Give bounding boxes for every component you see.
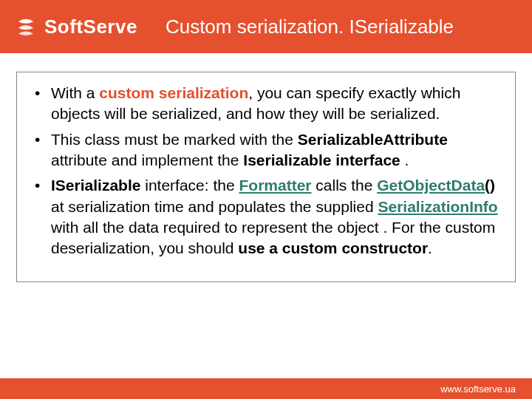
footer-url[interactable]: www.softserve.ua xyxy=(440,383,516,395)
emphasis-iserializable-interface: Iserializable interface xyxy=(243,151,400,168)
link-serializationinfo[interactable]: SerializationInfo xyxy=(378,198,497,215)
brand-name: SoftServe xyxy=(44,16,137,38)
emphasis-serializable-attribute: SerializableAttribute xyxy=(298,131,448,148)
brand-logo: SoftServe xyxy=(13,14,137,39)
footer-bar: www.softserve.ua xyxy=(0,377,532,399)
softserve-icon xyxy=(13,14,38,39)
emphasis-iserializable: ISerializable xyxy=(51,177,140,194)
list-item: ISerializable interface: the Formatter c… xyxy=(51,175,502,259)
emphasis-custom-serialization: custom serialization xyxy=(99,84,248,101)
list-item: This class must be marked with the Seria… xyxy=(51,129,502,171)
link-getobjectdata[interactable]: GetObjectData xyxy=(377,177,485,194)
content-box: With a custom serialization, you can spe… xyxy=(16,72,516,282)
slide-title: Custom serialization. ISerializable xyxy=(166,16,454,38)
emphasis-custom-constructor: use a custom constructor xyxy=(238,239,428,256)
header-bar: SoftServe Custom serialization. ISeriali… xyxy=(0,0,532,53)
bullet-list: With a custom serialization, you can spe… xyxy=(30,83,502,259)
link-formatter[interactable]: Formatter xyxy=(239,177,311,194)
list-item: With a custom serialization, you can spe… xyxy=(51,83,502,125)
